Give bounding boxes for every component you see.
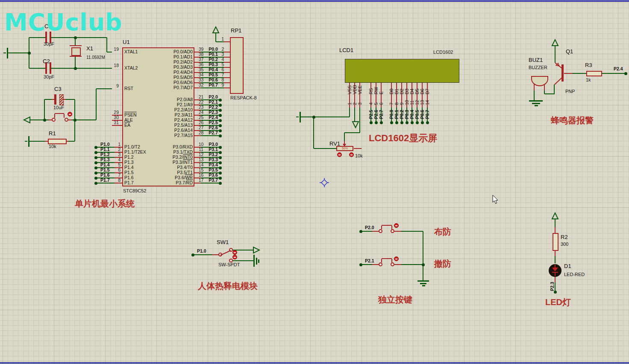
u1-pin-name: XTAL2 bbox=[124, 66, 138, 70]
u1-pin-line bbox=[112, 125, 122, 126]
net-label: P3.7 bbox=[207, 178, 219, 183]
lcd-screen[interactable] bbox=[345, 59, 459, 83]
sw1-toggle-up[interactable] bbox=[232, 250, 237, 255]
r2-ref: R2 bbox=[561, 234, 568, 240]
sw1-pole-contact[interactable] bbox=[218, 253, 222, 256]
u1-pin-number: 2 bbox=[112, 147, 121, 152]
x1-plate-top bbox=[70, 45, 82, 46]
power-arrow-down-icon bbox=[353, 122, 359, 128]
r3-ref: R3 bbox=[585, 62, 592, 68]
rv1-decrement-button[interactable] bbox=[337, 152, 342, 157]
ground-symbol bbox=[25, 141, 27, 142]
u1-pin-number: 18 bbox=[108, 63, 119, 68]
u1-pin-name: P1.1/T2EX bbox=[124, 150, 146, 154]
wire-segment bbox=[359, 108, 360, 133]
disarm-button-terminal[interactable] bbox=[379, 262, 382, 266]
u1-pin-name: P1.0/T2 bbox=[124, 145, 140, 149]
lcd-pin-name: RS bbox=[369, 88, 373, 94]
wire-segment bbox=[65, 99, 75, 100]
arm-button-terminal[interactable] bbox=[379, 229, 382, 233]
junction-dot bbox=[94, 156, 97, 159]
rp1-pin-number: 7 bbox=[219, 73, 226, 77]
reset-button-terminal[interactable] bbox=[52, 118, 56, 122]
rv1-increment-button[interactable] bbox=[349, 152, 354, 157]
led-d1-body[interactable] bbox=[549, 264, 561, 277]
arm-button-actuator[interactable] bbox=[394, 223, 399, 228]
wire-segment bbox=[362, 264, 372, 265]
mouse-cursor bbox=[493, 195, 498, 204]
power-arrow-icon bbox=[213, 27, 219, 33]
x1-value: 11.0592M bbox=[86, 55, 105, 60]
r3-body[interactable] bbox=[586, 71, 602, 76]
power-arrow-icon bbox=[552, 213, 558, 219]
arm-button-terminal[interactable] bbox=[391, 229, 394, 233]
section-label-pir: 人体热释电模块 bbox=[198, 281, 258, 291]
sw1-ref: SW1 bbox=[217, 239, 229, 245]
watermark-text: MCUclub bbox=[4, 9, 123, 36]
sw1-toggle-down[interactable] bbox=[232, 255, 237, 259]
sheet-border-bottom bbox=[0, 362, 629, 364]
net-label: P3.2 bbox=[207, 152, 219, 157]
r2-body[interactable] bbox=[553, 233, 558, 251]
wire-segment bbox=[74, 99, 75, 120]
net-label: P1.2 bbox=[100, 152, 113, 157]
u1-pin-name: P0.0/AD0 bbox=[150, 50, 193, 54]
net-label: P2.2 bbox=[207, 105, 219, 110]
q1-transistor-symbol[interactable] bbox=[555, 63, 564, 84]
u1-pin-number: 8 bbox=[112, 178, 121, 183]
pin-segment bbox=[382, 225, 392, 226]
lcd-pin-number: 12 bbox=[415, 100, 420, 105]
u1-pin-name: P2.7/A15 bbox=[150, 133, 193, 138]
ground-symbol bbox=[532, 103, 540, 104]
net-label: P0.2 bbox=[207, 57, 219, 62]
lcd-pin-name: VEE bbox=[358, 85, 362, 94]
lcd-pin-name: D5 bbox=[415, 89, 420, 94]
lcd-pin-number: 7 bbox=[389, 102, 394, 105]
power-arrow-left-icon bbox=[24, 117, 30, 123]
wire-segment bbox=[96, 89, 97, 120]
lcd-pin-number: 3 bbox=[358, 102, 362, 105]
sw1-part: SW-SPDT bbox=[218, 262, 240, 267]
lcd-pin-number: 6 bbox=[379, 102, 384, 105]
wire-segment bbox=[344, 132, 360, 133]
wire-segment bbox=[300, 116, 314, 117]
net-label-p1-0: P1.0 bbox=[197, 249, 206, 253]
key-label-arm: 布防 bbox=[434, 227, 451, 237]
ground-symbol bbox=[296, 116, 299, 117]
u1-pin-number: 13 bbox=[197, 157, 206, 162]
net-label: P2.7 bbox=[379, 110, 384, 119]
u1-pin-number: 12 bbox=[197, 152, 206, 157]
junction-dot bbox=[370, 121, 373, 124]
reset-button-actuator[interactable] bbox=[68, 112, 72, 116]
wire-segment bbox=[74, 120, 75, 141]
pin-segment bbox=[555, 227, 556, 233]
disarm-button-actuator[interactable] bbox=[394, 256, 399, 261]
net-label: P0.0 bbox=[389, 110, 394, 119]
wire-segment bbox=[107, 52, 112, 52]
pin-segment bbox=[534, 84, 535, 90]
u1-pin-number: 11 bbox=[197, 147, 206, 152]
lcd-pin-name: D6 bbox=[420, 89, 425, 94]
pin-segment bbox=[372, 231, 379, 232]
rp1-pin-number: 9 bbox=[219, 83, 226, 87]
net-label: P0.6 bbox=[207, 78, 219, 82]
lcd-pin-number: 5 bbox=[374, 102, 379, 105]
u1-pin-name: P3.6/WR bbox=[150, 175, 193, 180]
reset-button-terminal[interactable] bbox=[65, 118, 68, 122]
x1-crystal-body[interactable] bbox=[71, 47, 81, 56]
rp1-ref: RP1 bbox=[231, 28, 241, 34]
wire-segment bbox=[75, 68, 107, 69]
rp1-pin1-number: 1 bbox=[219, 37, 224, 41]
lcd-pin-number: 13 bbox=[420, 100, 425, 105]
junction-dot bbox=[94, 146, 97, 149]
junction-dot bbox=[380, 121, 383, 124]
schematic-canvas[interactable]: MCUclub 50% C1 30pF C2 30p bbox=[0, 0, 629, 364]
section-label-keys: 独立按键 bbox=[378, 295, 412, 305]
junction-dot bbox=[94, 172, 97, 175]
disarm-button-terminal[interactable] bbox=[391, 262, 394, 266]
net-label: P0.1 bbox=[207, 52, 219, 57]
rp1-body[interactable] bbox=[230, 37, 244, 94]
u1-pin-name: P2.6/A14 bbox=[150, 128, 193, 133]
junction-dot bbox=[421, 121, 424, 124]
net-label: P1.6 bbox=[100, 173, 113, 178]
